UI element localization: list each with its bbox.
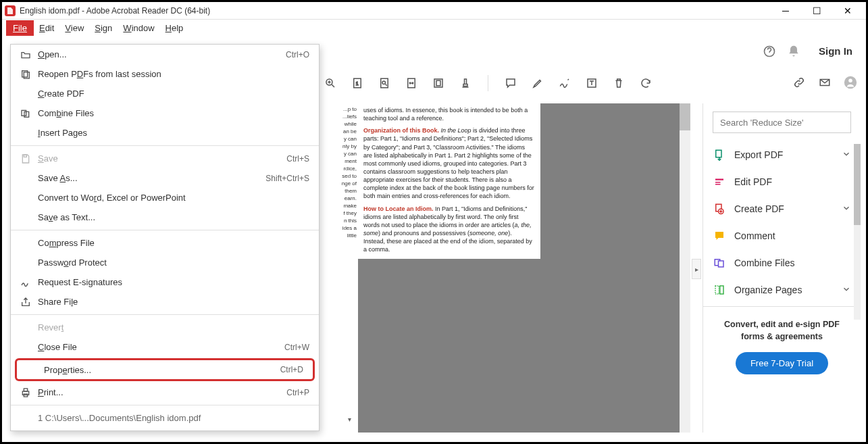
document-viewport[interactable]: ...p to...liefswhilean bey cannly byy ca… <box>321 103 690 433</box>
folder-icon <box>18 49 34 60</box>
svg-rect-27 <box>715 286 719 294</box>
menu-save-as[interactable]: Save As... Shift+Ctrl+S <box>11 168 319 188</box>
menu-view[interactable]: View <box>59 22 89 34</box>
menu-password[interactable]: Password Protect <box>11 253 319 272</box>
sidebar-item-label: Edit PDF <box>734 176 772 187</box>
maximize-button[interactable]: ☐ <box>801 2 832 20</box>
help-icon[interactable] <box>762 44 777 59</box>
close-window-button[interactable]: ✕ <box>832 2 863 20</box>
sidebar-scrollbar[interactable] <box>854 144 861 320</box>
menu-help[interactable]: Help <box>160 22 189 34</box>
menu-reopen[interactable]: Reopen PDFs from last session <box>11 64 319 84</box>
sidebar-item-label: Create PDF <box>734 203 784 214</box>
save-icon <box>18 153 34 164</box>
sidebar-item-edit[interactable]: Edit PDF <box>703 168 861 195</box>
doc-heading: How to Locate an Idiom. <box>363 205 434 212</box>
svg-rect-12 <box>381 78 388 88</box>
svg-rect-3 <box>24 112 29 117</box>
page-nav-arrow[interactable]: ▾ <box>348 416 351 423</box>
comment-icon[interactable] <box>503 76 518 91</box>
chevron-down-icon <box>842 149 851 161</box>
svg-rect-26 <box>719 261 724 267</box>
page-num-icon[interactable]: 1 <box>350 76 365 91</box>
organize-icon <box>713 283 726 297</box>
edit-icon <box>713 175 726 189</box>
svg-rect-16 <box>436 80 440 86</box>
share-icon <box>18 297 34 307</box>
file-dropdown: Open... Ctrl+O Reopen PDFs from last ses… <box>10 44 320 431</box>
account-icon[interactable] <box>843 75 858 90</box>
sidebar-collapse[interactable]: ▸ <box>692 259 701 279</box>
sidebar-item-label: Organize Pages <box>734 285 802 295</box>
signature-icon <box>18 277 34 288</box>
text-icon[interactable] <box>584 76 599 91</box>
menu-recent-1[interactable]: 1 C:\Users\...Documents\English idom.pdf <box>11 408 319 428</box>
find-icon[interactable] <box>377 76 392 91</box>
highlight-icon[interactable] <box>530 76 545 91</box>
svg-rect-22 <box>715 179 723 180</box>
free-trial-button[interactable]: Free 7-Day Trial <box>736 352 828 374</box>
sidebar-search-input[interactable] <box>713 112 851 133</box>
svg-rect-6 <box>24 389 27 391</box>
sign-icon[interactable] <box>557 76 572 91</box>
menu-properties[interactable]: Properties... Ctrl+D <box>15 358 315 381</box>
menu-insert-pages[interactable]: Insert Pages <box>11 123 319 143</box>
app-icon <box>5 5 16 16</box>
fit-width-icon[interactable] <box>404 76 419 91</box>
delete-icon[interactable] <box>611 76 626 91</box>
sidebar-item-organize[interactable]: Organize Pages <box>703 276 861 303</box>
sidebar-item-create[interactable]: Create PDF <box>703 195 861 222</box>
signin-button[interactable]: Sign In <box>811 43 861 59</box>
svg-rect-21 <box>716 150 721 157</box>
menu-compress[interactable]: Compress File <box>11 233 319 253</box>
zoom-icon[interactable] <box>323 76 338 91</box>
sidebar-item-export[interactable]: Export PDF <box>703 141 861 168</box>
comment-icon <box>713 229 726 243</box>
sidebar-item-label: Comment <box>734 230 775 241</box>
svg-point-13 <box>382 81 386 84</box>
menu-share[interactable]: Share File <box>11 292 319 312</box>
menu-bar: File Edit View Sign Window Help <box>2 20 866 36</box>
promo-text: Convert, edit and e-sign PDF forms & agr… <box>703 310 861 343</box>
doc-scrollbar[interactable] <box>680 103 690 433</box>
menu-save: Save Ctrl+S <box>11 149 319 168</box>
menu-save-text[interactable]: Save as Text... <box>11 207 319 227</box>
print-icon <box>18 387 34 398</box>
sidebar-item-label: Export PDF <box>734 149 783 160</box>
stamp-icon[interactable] <box>458 76 473 91</box>
combine-icon <box>18 108 34 119</box>
window-title: English idom.pdf - Adobe Acrobat Reader … <box>20 6 770 16</box>
right-sidebar: Export PDFEdit PDFCreate PDFCommentCombi… <box>703 103 861 433</box>
svg-rect-4 <box>24 155 26 157</box>
bell-icon[interactable] <box>786 44 801 59</box>
menu-window[interactable]: Window <box>118 22 159 34</box>
combine-icon <box>713 256 726 270</box>
menu-sign[interactable]: Sign <box>89 22 118 34</box>
menu-esign[interactable]: Request E-signatures <box>11 272 319 292</box>
menu-convert[interactable]: Convert to Word, Excel or PowerPoint <box>11 188 319 207</box>
menu-edit[interactable]: Edit <box>34 22 59 34</box>
menu-file[interactable]: File <box>6 20 34 36</box>
rotate-icon[interactable] <box>638 76 653 91</box>
svg-point-20 <box>848 79 852 83</box>
menu-print[interactable]: Print... Ctrl+P <box>11 383 319 402</box>
minimize-button[interactable]: ─ <box>770 2 801 20</box>
sidebar-item-label: Combine Files <box>734 257 794 268</box>
fit-page-icon[interactable] <box>431 76 446 91</box>
sidebar-item-comment[interactable]: Comment <box>703 222 861 249</box>
sidebar-item-combine[interactable]: Combine Files <box>703 249 861 276</box>
menu-close-file[interactable]: Close File Ctrl+W <box>11 337 319 357</box>
chevron-down-icon <box>842 203 851 215</box>
export-icon <box>713 148 726 162</box>
menu-combine[interactable]: Combine Files <box>11 103 319 123</box>
link-icon[interactable] <box>792 75 807 90</box>
doc-para: uses of idioms. In essence, this book is… <box>363 106 535 122</box>
email-icon[interactable] <box>817 75 832 90</box>
menu-revert: Revert <box>11 318 319 337</box>
svg-rect-28 <box>720 286 723 294</box>
pdf-page: uses of idioms. In essence, this book is… <box>358 103 540 259</box>
title-bar: English idom.pdf - Adobe Acrobat Reader … <box>2 2 866 20</box>
doc-heading: Organization of this Book. <box>363 127 439 134</box>
menu-create-pdf[interactable]: Create PDF <box>11 84 319 103</box>
menu-open[interactable]: Open... Ctrl+O <box>11 45 319 64</box>
